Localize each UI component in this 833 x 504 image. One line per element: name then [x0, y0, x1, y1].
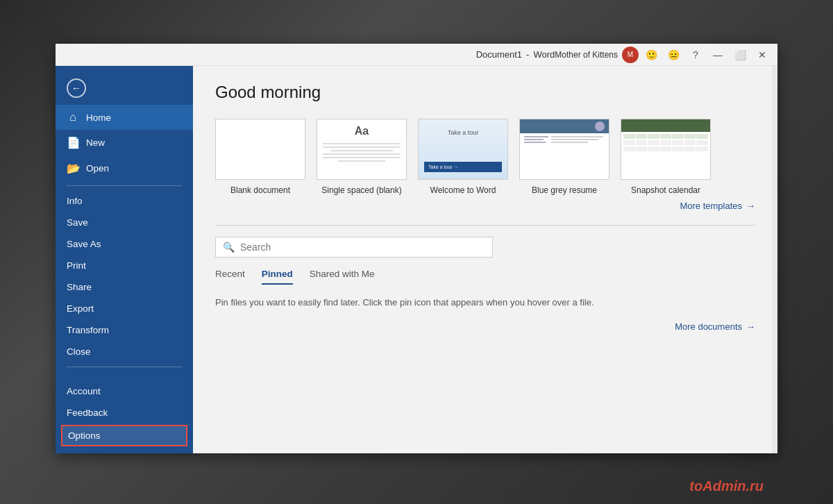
resume-avatar — [595, 121, 605, 131]
open-icon: 📂 — [67, 162, 79, 175]
new-icon: 📄 — [67, 136, 79, 149]
more-documents-link[interactable]: More documents → — [215, 321, 755, 332]
sidebar-item-home[interactable]: ⌂ Home — [56, 105, 193, 130]
back-button[interactable]: ← — [56, 72, 193, 105]
blank-thumb — [215, 119, 305, 180]
sidebar-item-export[interactable]: Export — [56, 298, 193, 319]
resume-col2 — [551, 136, 603, 143]
template-resume[interactable]: Blue grey resume — [519, 119, 609, 195]
minimize-button[interactable]: — — [708, 47, 727, 63]
resume-row1 — [524, 136, 605, 143]
cal-row3 — [623, 146, 708, 151]
line1 — [323, 143, 401, 144]
title-separator: - — [526, 49, 529, 60]
sidebar-divider-2 — [67, 367, 182, 367]
word-window: Document1 - Word Mother of Kittens M 🙂 😐… — [56, 44, 777, 453]
title-bar-center: Document1 - Word — [476, 49, 555, 60]
resume-body — [520, 133, 609, 149]
res-r-line — [551, 136, 603, 137]
calendar-label: Snapshot calendar — [631, 185, 700, 195]
sidebar-item-share[interactable]: Share — [56, 276, 193, 298]
calendar-thumb — [621, 119, 711, 180]
single-spaced-thumb: Aa — [317, 119, 407, 180]
resume-header — [520, 119, 609, 133]
template-single-spaced[interactable]: Aa Single spaced (blank) — [317, 119, 407, 195]
sidebar-home-label: Home — [86, 112, 111, 123]
sidebar-item-transform[interactable]: Transform — [56, 319, 193, 341]
sidebar-new-label: New — [86, 137, 105, 148]
template-welcome[interactable]: Take a tour Take a tour → Welcome to Wor… — [418, 119, 508, 195]
more-docs-arrow: → — [746, 321, 755, 332]
sidebar-bottom: Account Feedback Options — [56, 380, 193, 453]
sidebar-item-save-as[interactable]: Save As — [56, 233, 193, 255]
content-area: Good morning Blank document Aa — [193, 66, 777, 453]
sidebar-item-info[interactable]: Info — [56, 190, 193, 212]
section-divider — [215, 225, 755, 226]
sidebar: ← ⌂ Home 📄 New 📂 Open Info Save Save As … — [56, 66, 193, 453]
take-tour-text: Take a tour — [419, 129, 507, 136]
emoji1-button[interactable]: 🙂 — [641, 47, 661, 63]
tab-shared[interactable]: Shared with Me — [310, 269, 375, 285]
sidebar-item-open[interactable]: 📂 Open — [56, 156, 193, 181]
template-calendar[interactable]: Snapshot calendar — [621, 119, 711, 195]
scrollbar[interactable] — [772, 66, 777, 453]
document-tabs: Recent Pinned Shared with Me — [215, 269, 755, 286]
res-line3 — [524, 142, 546, 143]
res-r-line3 — [551, 142, 588, 143]
sidebar-item-account[interactable]: Account — [56, 380, 193, 402]
user-info: Mother of Kittens M — [555, 47, 639, 63]
welcome-banner: Take a tour → — [424, 162, 502, 172]
sidebar-item-close[interactable]: Close — [56, 341, 193, 362]
sidebar-divider-1 — [67, 185, 182, 186]
res-line — [524, 136, 548, 137]
document-name: Document1 — [476, 49, 522, 60]
single-spaced-label: Single spaced (blank) — [321, 185, 401, 195]
search-bar[interactable]: 🔍 — [215, 237, 493, 258]
more-templates-arrow: → — [746, 201, 755, 211]
cal-row2 — [623, 140, 708, 145]
templates-grid: Blank document Aa Single spaced (blank) — [215, 119, 755, 195]
blank-label: Blank document — [230, 185, 290, 195]
sidebar-item-print[interactable]: Print — [56, 255, 193, 276]
line4 — [323, 153, 401, 155]
cal-row1 — [623, 134, 708, 139]
app-name: Word — [533, 49, 555, 60]
title-bar: Document1 - Word Mother of Kittens M 🙂 😐… — [56, 44, 777, 66]
sidebar-item-new[interactable]: 📄 New — [56, 130, 193, 156]
greeting-title: Good morning — [215, 83, 755, 102]
more-docs-text: More documents — [675, 321, 742, 332]
calendar-header-strip — [621, 119, 710, 132]
welcome-banner-text: Take a tour → — [428, 165, 459, 169]
resume-label: Blue grey resume — [532, 185, 597, 195]
sidebar-item-save[interactable]: Save — [56, 212, 193, 233]
main-area: ← ⌂ Home 📄 New 📂 Open Info Save Save As … — [56, 66, 777, 453]
tab-recent[interactable]: Recent — [215, 269, 245, 285]
help-button[interactable]: ? — [686, 47, 705, 63]
close-button[interactable]: ✕ — [752, 47, 772, 63]
sidebar-item-options[interactable]: Options — [61, 425, 187, 446]
resume-thumb — [519, 119, 609, 180]
tab-pinned[interactable]: Pinned — [262, 269, 293, 285]
line3 — [330, 150, 393, 151]
search-input[interactable] — [240, 242, 485, 253]
res-r-line2 — [551, 139, 598, 140]
welcome-thumb: Take a tour Take a tour → — [418, 119, 508, 180]
maximize-button[interactable]: ⬜ — [730, 47, 750, 63]
line6 — [338, 160, 385, 162]
sidebar-open-label: Open — [86, 163, 109, 174]
emoji2-button[interactable]: 😐 — [664, 47, 683, 63]
avatar: M — [622, 47, 639, 63]
user-name: Mother of Kittens — [555, 50, 618, 60]
title-bar-right: Mother of Kittens M 🙂 😐 ? — ⬜ ✕ — [555, 47, 772, 63]
sidebar-item-feedback[interactable]: Feedback — [56, 402, 193, 423]
home-icon: ⌂ — [67, 111, 79, 124]
more-templates-link[interactable]: More templates → — [215, 201, 755, 211]
watermark: toAdmin.ru — [689, 478, 764, 494]
line2 — [323, 146, 401, 148]
search-icon: 🔍 — [223, 242, 235, 253]
more-templates-text: More templates — [680, 201, 742, 211]
res-line2 — [524, 139, 544, 140]
aa-label: Aa — [355, 125, 369, 137]
welcome-label: Welcome to Word — [430, 185, 496, 195]
template-blank[interactable]: Blank document — [215, 119, 305, 195]
